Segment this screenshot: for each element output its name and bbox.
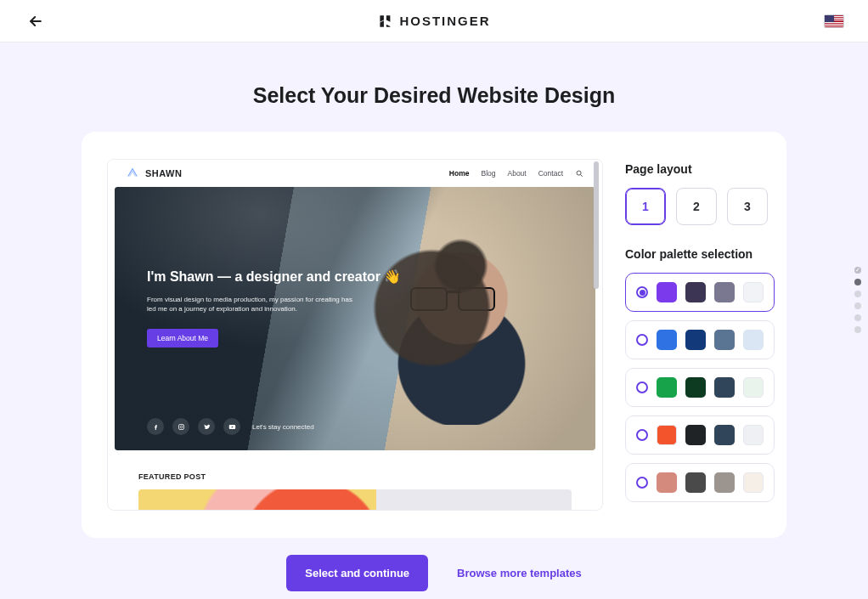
svg-point-4 xyxy=(180,426,183,428)
facebook-icon xyxy=(147,418,164,435)
palette-option-5[interactable] xyxy=(625,463,775,502)
color-swatch xyxy=(685,377,706,398)
preview-logo-icon xyxy=(127,167,138,179)
preview-featured-label: FEATURED POST xyxy=(138,472,602,481)
locale-flag-us[interactable] xyxy=(824,14,844,28)
step-dot-5 xyxy=(854,314,861,321)
radio-icon xyxy=(636,334,648,346)
color-swatch xyxy=(657,377,677,398)
color-swatch xyxy=(685,282,706,302)
design-card: SHAWN Home Blog About Contact I'm Shawn … xyxy=(82,132,786,538)
preview-nav: SHAWN Home Blog About Contact xyxy=(108,160,602,187)
preview-stay-connected: Let's stay connected xyxy=(252,423,314,431)
color-swatch xyxy=(714,330,735,350)
search-icon xyxy=(575,169,583,178)
preview-hero-person xyxy=(379,221,544,425)
radio-icon xyxy=(636,429,648,441)
palette-option-2[interactable] xyxy=(625,320,775,359)
back-button[interactable] xyxy=(24,9,48,33)
color-swatch xyxy=(685,472,706,493)
step-dot-6 xyxy=(854,326,861,333)
options-panel: Page layout 123 Color palette selection xyxy=(625,159,775,514)
preview-nav-blog: Blog xyxy=(481,169,495,178)
layout-label: Page layout xyxy=(625,162,775,176)
color-swatch xyxy=(657,425,677,445)
preview-hero-cta: Learn About Me xyxy=(147,329,218,348)
step-dot-1 xyxy=(854,267,861,274)
preview-nav-about: About xyxy=(507,169,526,178)
hostinger-icon xyxy=(377,14,392,29)
color-swatch xyxy=(685,330,706,350)
arrow-left-icon xyxy=(27,13,44,30)
color-swatch xyxy=(743,282,764,302)
palette-option-1[interactable] xyxy=(625,273,775,312)
template-preview[interactable]: SHAWN Home Blog About Contact I'm Shawn … xyxy=(107,159,603,511)
preview-scrollbar[interactable] xyxy=(594,161,600,508)
preview-featured-image xyxy=(138,489,572,511)
step-progress xyxy=(854,267,861,333)
radio-icon xyxy=(636,286,648,298)
color-swatch xyxy=(743,377,764,398)
color-swatch xyxy=(743,425,764,445)
preview-site-name: SHAWN xyxy=(145,168,182,178)
preview-nav-home: Home xyxy=(449,169,470,178)
youtube-icon xyxy=(223,418,240,435)
color-swatch xyxy=(657,472,677,493)
palette-option-3[interactable] xyxy=(625,368,775,407)
page-title: Select Your Desired Website Design xyxy=(0,83,868,108)
palette-option-4[interactable] xyxy=(625,415,775,455)
step-dot-2 xyxy=(854,279,861,285)
color-swatch xyxy=(714,425,735,445)
preview-hero-glasses xyxy=(410,287,495,309)
preview-site-logo: SHAWN xyxy=(127,167,182,179)
layout-option-3[interactable]: 3 xyxy=(727,188,768,225)
layout-option-2[interactable]: 2 xyxy=(676,188,717,225)
color-swatch xyxy=(685,425,706,445)
palette-label: Color palette selection xyxy=(625,247,775,261)
radio-icon xyxy=(636,477,648,489)
radio-icon xyxy=(636,381,648,393)
browse-templates-link[interactable]: Browse more templates xyxy=(457,567,582,579)
step-dot-3 xyxy=(854,291,861,297)
preview-hero: I'm Shawn — a designer and creator 👋 Fro… xyxy=(115,187,595,450)
layout-option-1[interactable]: 1 xyxy=(625,188,666,225)
color-swatch xyxy=(743,472,764,493)
color-swatch xyxy=(714,472,735,493)
preview-nav-contact: Contact xyxy=(538,169,563,178)
twitter-icon xyxy=(198,418,215,435)
preview-hero-sub: From visual design to media production, … xyxy=(147,295,359,314)
color-swatch xyxy=(657,282,677,302)
color-swatch xyxy=(743,330,764,350)
svg-point-5 xyxy=(183,425,183,426)
select-continue-button[interactable]: Select and continue xyxy=(286,555,428,591)
svg-point-1 xyxy=(577,171,581,175)
color-swatch xyxy=(714,377,735,398)
brand-text: HOSTINGER xyxy=(399,14,490,28)
preview-hero-headline: I'm Shawn — a designer and creator 👋 xyxy=(147,268,401,285)
preview-nav-links: Home Blog About Contact xyxy=(449,169,583,178)
step-dot-4 xyxy=(854,302,861,309)
brand-logo: HOSTINGER xyxy=(377,14,490,29)
svg-line-2 xyxy=(581,175,583,177)
color-swatch xyxy=(714,282,735,302)
color-swatch xyxy=(657,330,677,350)
instagram-icon xyxy=(172,418,189,435)
